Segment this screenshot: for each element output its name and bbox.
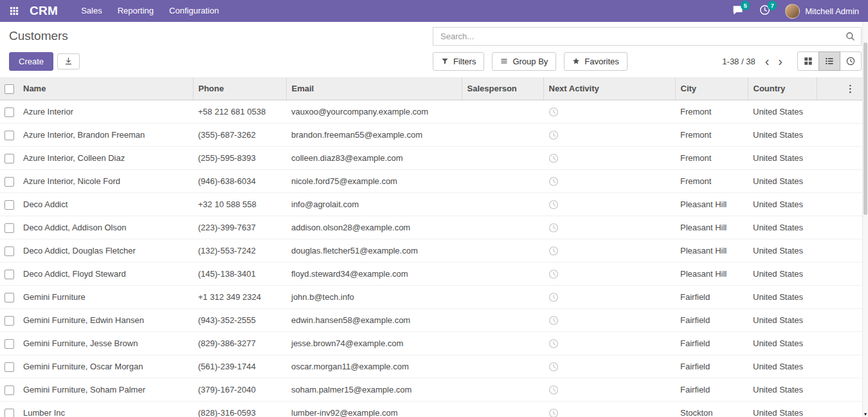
next-activity-clock-icon[interactable]	[548, 269, 559, 279]
cell-name[interactable]: Azure Interior, Colleen Diaz	[18, 147, 193, 170]
cell-phone[interactable]: (145)-138-3401	[193, 263, 286, 286]
pager-next-button[interactable]: ›	[773, 55, 787, 67]
cell-country[interactable]: United States	[748, 263, 817, 286]
cell-next-activity[interactable]	[543, 100, 675, 124]
cell-name[interactable]: Lumber Inc	[18, 402, 193, 417]
apps-menu-button[interactable]	[4, 0, 24, 22]
cell-next-activity[interactable]	[543, 239, 675, 263]
cell-next-activity[interactable]	[543, 309, 675, 332]
cell-phone[interactable]: +1 312 349 2324	[193, 286, 286, 309]
menu-sales[interactable]: Sales	[73, 0, 110, 22]
cell-city[interactable]: Fairfield	[675, 332, 748, 355]
next-activity-clock-icon[interactable]	[548, 107, 559, 117]
cell-phone[interactable]: (255)-595-8393	[193, 147, 286, 170]
column-header-next-activity[interactable]: Next Activity	[543, 77, 675, 100]
cell-salesperson[interactable]	[462, 216, 543, 239]
cell-city[interactable]: Fairfield	[675, 378, 748, 402]
cell-country[interactable]: United States	[748, 286, 817, 309]
cell-email[interactable]: oscar.morgan11@example.com	[286, 355, 462, 378]
cell-name[interactable]: Gemini Furniture, Soham Palmer	[18, 378, 193, 402]
filters-button[interactable]: Filters	[433, 52, 484, 71]
search-box[interactable]	[433, 27, 862, 46]
table-row[interactable]: Gemini Furniture +1 312 349 2324 john.b@…	[0, 286, 862, 309]
list-view-button[interactable]	[818, 51, 840, 71]
next-activity-clock-icon[interactable]	[548, 246, 559, 256]
cell-name[interactable]: Deco Addict, Addison Olson	[18, 216, 193, 239]
cell-phone[interactable]: (829)-386-3277	[193, 332, 286, 355]
cell-city[interactable]: Fremont	[675, 124, 748, 147]
favorites-button[interactable]: Favorites	[564, 52, 627, 71]
app-brand[interactable]: CRM	[30, 4, 58, 18]
cell-email[interactable]: colleen.diaz83@example.com	[286, 147, 462, 170]
search-input[interactable]	[439, 31, 845, 42]
cell-country[interactable]: United States	[748, 100, 817, 124]
cell-email[interactable]: jesse.brown74@example.com	[286, 332, 462, 355]
next-activity-clock-icon[interactable]	[548, 315, 559, 326]
cell-city[interactable]: Pleasant Hill	[675, 263, 748, 286]
activity-view-button[interactable]	[840, 51, 862, 71]
next-activity-clock-icon[interactable]	[548, 292, 559, 302]
menu-configuration[interactable]: Configuration	[161, 0, 226, 22]
table-row[interactable]: Gemini Furniture, Jesse Brown (829)-386-…	[0, 332, 862, 355]
cell-country[interactable]: United States	[748, 309, 817, 332]
cell-phone[interactable]: (943)-352-2555	[193, 309, 286, 332]
row-checkbox[interactable]	[5, 293, 14, 302]
cell-name[interactable]: Azure Interior	[18, 100, 193, 124]
column-header-salesperson[interactable]: Salesperson	[462, 77, 543, 100]
cell-email[interactable]: brandon.freeman55@example.com	[286, 124, 462, 147]
cell-city[interactable]: Fremont	[675, 170, 748, 193]
cell-city[interactable]: Pleasant Hill	[675, 216, 748, 239]
cell-salesperson[interactable]	[462, 147, 543, 170]
cell-salesperson[interactable]	[462, 309, 543, 332]
cell-phone[interactable]: (132)-553-7242	[193, 239, 286, 263]
next-activity-clock-icon[interactable]	[548, 223, 559, 233]
cell-phone[interactable]: +58 212 681 0538	[193, 100, 286, 124]
messages-button[interactable]: 5	[731, 5, 744, 17]
cell-next-activity[interactable]	[543, 378, 675, 402]
pager-previous-button[interactable]: ‹	[761, 55, 774, 67]
cell-salesperson[interactable]	[462, 193, 543, 216]
cell-next-activity[interactable]	[543, 355, 675, 378]
search-icon[interactable]	[845, 32, 855, 41]
row-checkbox[interactable]	[5, 409, 14, 417]
kanban-view-button[interactable]	[797, 51, 819, 71]
cell-email[interactable]: vauxoo@yourcompany.example.com	[286, 100, 462, 124]
cell-country[interactable]: United States	[748, 332, 817, 355]
cell-city[interactable]: Fairfield	[675, 286, 748, 309]
cell-email[interactable]: nicole.ford75@example.com	[286, 170, 462, 193]
table-row[interactable]: Deco Addict, Floyd Steward (145)-138-340…	[0, 263, 862, 286]
cell-country[interactable]: United States	[748, 355, 817, 378]
cell-next-activity[interactable]	[543, 332, 675, 355]
export-button[interactable]	[57, 53, 80, 70]
cell-email[interactable]: soham.palmer15@example.com	[286, 378, 462, 402]
select-all-checkbox[interactable]	[5, 84, 14, 94]
cell-name[interactable]: Deco Addict, Floyd Steward	[18, 263, 193, 286]
cell-next-activity[interactable]	[543, 170, 675, 193]
cell-country[interactable]: United States	[748, 147, 817, 170]
next-activity-clock-icon[interactable]	[548, 199, 559, 210]
row-checkbox[interactable]	[5, 223, 14, 233]
cell-name[interactable]: Gemini Furniture, Oscar Morgan	[18, 355, 193, 378]
column-header-city[interactable]: City	[675, 77, 748, 100]
cell-salesperson[interactable]	[462, 263, 543, 286]
cell-email[interactable]: info@agrolait.com	[286, 193, 462, 216]
cell-salesperson[interactable]	[462, 402, 543, 417]
cell-country[interactable]: United States	[748, 239, 817, 263]
cell-next-activity[interactable]	[543, 402, 675, 417]
next-activity-clock-icon[interactable]	[548, 362, 559, 372]
cell-phone[interactable]: (828)-316-0593	[193, 402, 286, 417]
cell-salesperson[interactable]	[462, 378, 543, 402]
cell-salesperson[interactable]	[462, 239, 543, 263]
cell-country[interactable]: United States	[748, 193, 817, 216]
table-row[interactable]: Azure Interior, Brandon Freeman (355)-68…	[0, 124, 862, 147]
row-checkbox[interactable]	[5, 107, 14, 117]
cell-name[interactable]: Gemini Furniture, Edwin Hansen	[18, 309, 193, 332]
row-checkbox[interactable]	[5, 270, 14, 279]
cell-city[interactable]: Fairfield	[675, 355, 748, 378]
cell-name[interactable]: Azure Interior, Nicole Ford	[18, 170, 193, 193]
table-row[interactable]: Gemini Furniture, Edwin Hansen (943)-352…	[0, 309, 862, 332]
column-header-phone[interactable]: Phone	[193, 77, 286, 100]
table-row[interactable]: Deco Addict, Douglas Fletcher (132)-553-…	[0, 239, 862, 263]
cell-country[interactable]: United States	[748, 216, 817, 239]
cell-email[interactable]: lumber-inv92@example.com	[286, 402, 462, 417]
